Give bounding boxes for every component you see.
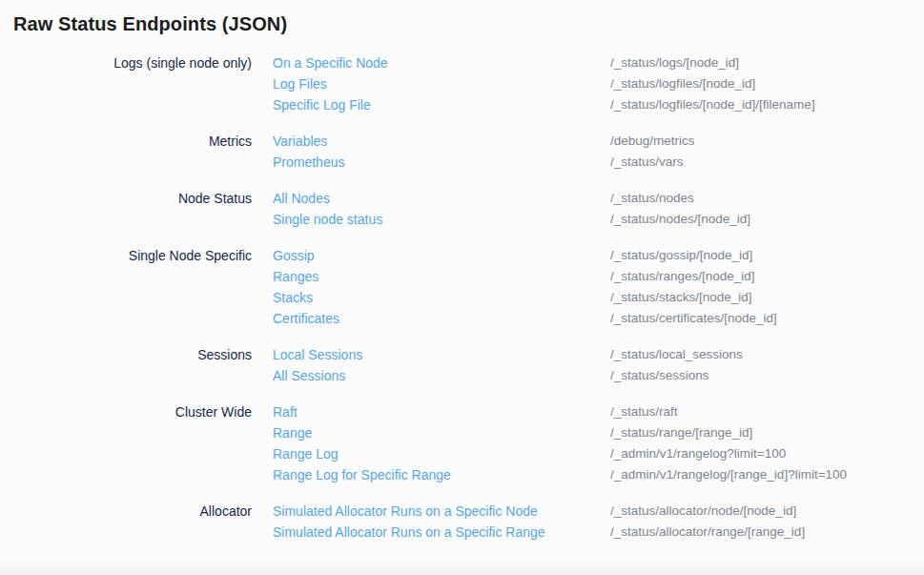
endpoint-link[interactable]: Specific Log File	[273, 94, 610, 115]
endpoint-path: /_status/logs/[node_id]	[610, 52, 739, 73]
endpoint-link[interactable]: Range Log	[273, 443, 610, 464]
endpoint-path: /_status/stacks/[node_id]	[610, 287, 752, 308]
endpoint-row: Range Log /_admin/v1/rangelog?limit=100	[273, 443, 847, 464]
endpoint-row: Raft /_status/raft	[273, 401, 847, 422]
endpoint-link[interactable]: Stacks	[273, 287, 610, 308]
endpoint-link[interactable]: Prometheus	[273, 152, 610, 173]
endpoint-rows: All Nodes /_status/nodes Single node sta…	[273, 188, 750, 230]
endpoint-path: /_status/range/[range_id]	[610, 422, 752, 443]
endpoint-link[interactable]: All Sessions	[273, 365, 610, 386]
endpoint-row: Specific Log File /_status/logfiles/[nod…	[273, 94, 815, 115]
endpoint-link[interactable]: Gossip	[273, 245, 610, 266]
endpoint-path: /_admin/v1/rangelog/[range_id]?limit=100	[610, 464, 847, 485]
endpoint-path: /_status/gossip/[node_id]	[610, 245, 752, 266]
section-sessions: Sessions Local Sessions /_status/local_s…	[0, 344, 924, 386]
endpoint-path: /_status/logfiles/[node_id]	[610, 73, 755, 94]
section-label: Logs (single node only)	[0, 52, 252, 115]
endpoint-path: /_status/allocator/node/[node_id]	[610, 501, 796, 522]
endpoint-row: Local Sessions /_status/local_sessions	[273, 344, 743, 365]
endpoint-rows: On a Specific Node /_status/logs/[node_i…	[273, 52, 815, 115]
endpoint-link[interactable]: Local Sessions	[273, 344, 610, 365]
endpoint-rows: Local Sessions /_status/local_sessions A…	[273, 344, 743, 386]
section-label: Metrics	[0, 131, 252, 173]
endpoint-rows: Variables /debug/metrics Prometheus /_st…	[273, 131, 695, 173]
endpoint-path: /_status/nodes/[node_id]	[610, 209, 750, 230]
endpoint-path: /_admin/v1/rangelog?limit=100	[610, 443, 786, 464]
section-cluster-wide: Cluster Wide Raft /_status/raft Range /_…	[0, 401, 924, 485]
endpoint-row: Single node status /_status/nodes/[node_…	[273, 209, 750, 230]
section-label: Sessions	[0, 344, 252, 386]
endpoint-row: Prometheus /_status/vars	[273, 152, 695, 173]
endpoint-link[interactable]: Simulated Allocator Runs on a Specific R…	[273, 522, 610, 543]
section-single-node-specific: Single Node Specific Gossip /_status/gos…	[0, 245, 924, 329]
endpoint-rows: Simulated Allocator Runs on a Specific N…	[273, 501, 805, 543]
endpoint-link[interactable]: On a Specific Node	[273, 52, 610, 73]
endpoint-path: /_status/certificates/[node_id]	[610, 308, 777, 329]
endpoint-link[interactable]: Raft	[273, 401, 610, 422]
endpoint-row: Simulated Allocator Runs on a Specific N…	[273, 501, 805, 522]
section-metrics: Metrics Variables /debug/metrics Prometh…	[0, 131, 924, 173]
endpoint-path: /_status/logfiles/[node_id]/[filename]	[610, 94, 815, 115]
bottom-edge-shadow	[0, 562, 924, 575]
section-label: Node Status	[0, 188, 252, 230]
endpoint-link[interactable]: Range Log for Specific Range	[273, 464, 610, 485]
endpoint-path: /debug/metrics	[610, 131, 695, 152]
endpoint-sections-list: Logs (single node only) On a Specific No…	[0, 52, 924, 543]
section-label: Single Node Specific	[0, 245, 252, 329]
endpoint-link[interactable]: Single node status	[273, 209, 610, 230]
endpoint-link[interactable]: Certificates	[273, 308, 610, 329]
endpoint-link[interactable]: Variables	[273, 131, 610, 152]
page-title: Raw Status Endpoints (JSON)	[13, 10, 924, 37]
endpoint-row: Gossip /_status/gossip/[node_id]	[273, 245, 777, 266]
endpoint-row: Variables /debug/metrics	[273, 131, 695, 152]
endpoint-rows: Gossip /_status/gossip/[node_id] Ranges …	[273, 245, 777, 329]
endpoint-link[interactable]: All Nodes	[273, 188, 610, 209]
endpoint-row: Log Files /_status/logfiles/[node_id]	[273, 73, 815, 94]
endpoint-path: /_status/nodes	[610, 188, 694, 209]
endpoint-path: /_status/sessions	[610, 365, 709, 386]
section-logs: Logs (single node only) On a Specific No…	[0, 52, 924, 115]
endpoint-rows: Raft /_status/raft Range /_status/range/…	[273, 401, 847, 485]
endpoint-row: Range Log for Specific Range /_admin/v1/…	[273, 464, 847, 485]
endpoint-row: Stacks /_status/stacks/[node_id]	[273, 287, 777, 308]
endpoint-link[interactable]: Log Files	[273, 73, 610, 94]
endpoint-path: /_status/allocator/range/[range_id]	[610, 522, 805, 543]
endpoint-row: Simulated Allocator Runs on a Specific R…	[273, 522, 805, 543]
endpoint-row: Ranges /_status/ranges/[node_id]	[273, 266, 777, 287]
endpoint-path: /_status/raft	[610, 401, 678, 422]
section-label: Cluster Wide	[0, 401, 252, 485]
section-node-status: Node Status All Nodes /_status/nodes Sin…	[0, 188, 924, 230]
section-label: Allocator	[0, 501, 252, 543]
section-allocator: Allocator Simulated Allocator Runs on a …	[0, 501, 924, 543]
endpoint-row: On a Specific Node /_status/logs/[node_i…	[273, 52, 815, 73]
endpoint-path: /_status/ranges/[node_id]	[610, 266, 755, 287]
endpoint-path: /_status/local_sessions	[610, 344, 743, 365]
endpoint-row: All Sessions /_status/sessions	[273, 365, 743, 386]
endpoint-row: All Nodes /_status/nodes	[273, 188, 750, 209]
endpoint-row: Certificates /_status/certificates/[node…	[273, 308, 777, 329]
endpoint-link[interactable]: Range	[273, 422, 610, 443]
endpoint-link[interactable]: Ranges	[273, 266, 610, 287]
endpoint-link[interactable]: Simulated Allocator Runs on a Specific N…	[273, 501, 610, 522]
endpoint-row: Range /_status/range/[range_id]	[273, 422, 847, 443]
endpoint-path: /_status/vars	[610, 152, 684, 173]
